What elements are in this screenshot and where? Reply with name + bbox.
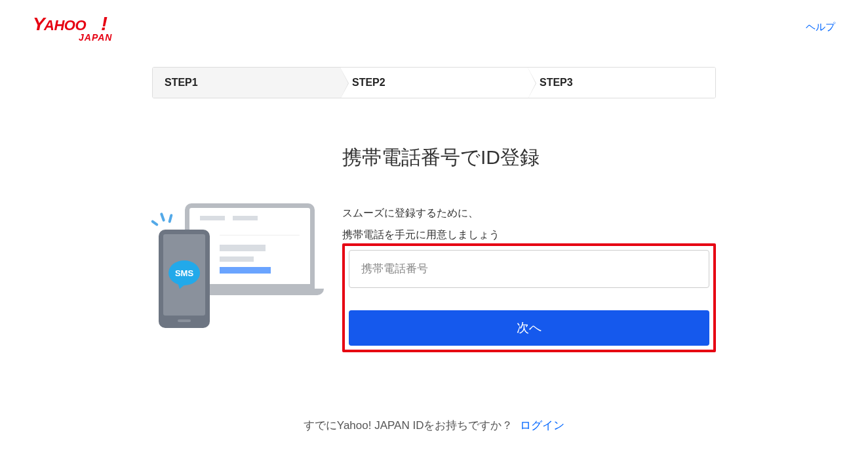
already-have-id-text: すでにYahoo! JAPAN IDをお持ちですか？ ログイン	[152, 418, 716, 433]
sms-bubble-icon: SMS	[168, 260, 200, 285]
phone-icon: SMS	[159, 230, 210, 328]
step-1: STEP1	[153, 68, 340, 98]
yahoo-japan-logo[interactable]: Y AHOO ! JAPAN	[33, 12, 144, 47]
step-3: STEP3	[528, 68, 715, 98]
phone-number-input[interactable]	[349, 250, 709, 288]
next-button[interactable]: 次へ	[349, 310, 709, 346]
highlighted-form-box: 次へ	[342, 243, 716, 352]
subtitle-line1: スムーズに登録するために、	[342, 204, 716, 222]
step-2: STEP2	[340, 68, 528, 98]
login-link[interactable]: ログイン	[520, 419, 564, 432]
svg-text:JAPAN: JAPAN	[79, 32, 112, 43]
step-indicator: STEP1 STEP2 STEP3	[152, 67, 716, 98]
help-link[interactable]: ヘルプ	[806, 21, 835, 33]
already-text: すでにYahoo! JAPAN IDをお持ちですか？	[304, 419, 513, 432]
svg-text:!: !	[101, 12, 108, 34]
svg-text:AHOO: AHOO	[43, 17, 86, 33]
subtitle-line2: 携帯電話を手元に用意しましょう	[342, 226, 716, 243]
sms-illustration: SMS	[152, 144, 323, 352]
page-title: 携帯電話番号でID登録	[342, 144, 716, 171]
header: Y AHOO ! JAPAN ヘルプ	[0, 0, 868, 47]
sms-badge-text: SMS	[175, 268, 193, 278]
